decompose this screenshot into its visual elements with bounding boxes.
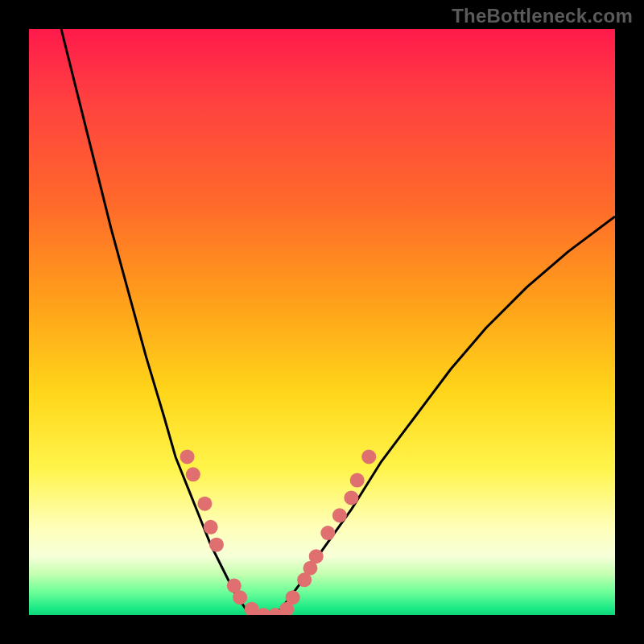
data-point <box>233 590 247 605</box>
chart-frame: TheBottleneck.com <box>0 0 644 644</box>
data-point <box>350 473 365 488</box>
curve-svg <box>29 29 615 615</box>
plot-area <box>29 29 615 615</box>
data-point <box>344 490 358 505</box>
data-point <box>204 520 218 535</box>
data-point <box>180 449 195 464</box>
data-point <box>361 449 376 464</box>
data-point <box>320 526 335 540</box>
data-point <box>309 549 324 564</box>
marker-layer <box>180 449 377 615</box>
curve-layer <box>58 29 615 615</box>
data-point <box>286 590 300 605</box>
data-point <box>186 467 200 481</box>
watermark-label: TheBottleneck.com <box>452 5 633 27</box>
data-point <box>209 538 224 552</box>
data-point <box>197 497 212 511</box>
bottleneck-curve <box>58 29 615 615</box>
data-point <box>332 508 347 522</box>
